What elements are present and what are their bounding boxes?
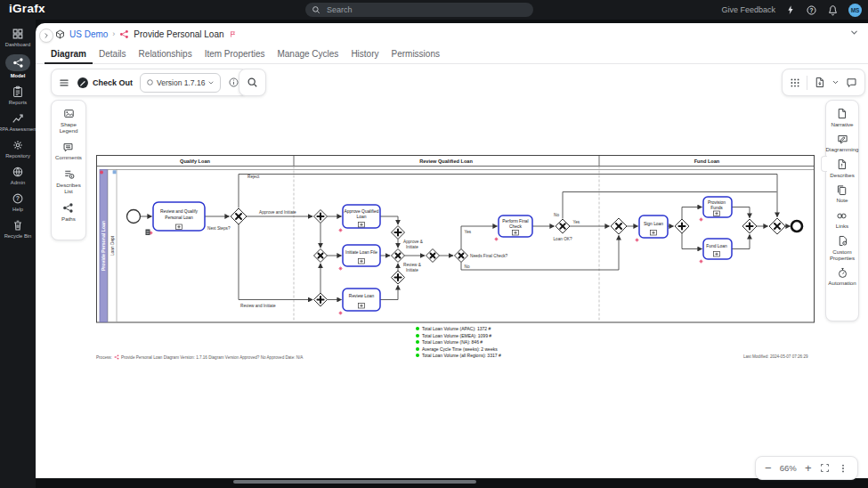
sidebar-item-dashboard[interactable]: Dashboard bbox=[5, 28, 30, 47]
task-provision-funds[interactable]: Provision Funds bbox=[703, 197, 732, 217]
tab-relationships[interactable]: Relationships bbox=[133, 45, 199, 64]
sidebar-item-rpa-assessment[interactable]: RPA Assessment bbox=[0, 112, 37, 132]
legend-dot-icon bbox=[416, 347, 419, 351]
task-perform-final-check[interactable]: Perform Final Check bbox=[499, 216, 532, 237]
breadcrumb-org[interactable]: US Demo bbox=[69, 29, 108, 39]
tool-comments[interactable]: Comments bbox=[55, 142, 82, 161]
lane-indicator-icon bbox=[113, 170, 117, 174]
task-approve-qualified-loan[interactable]: Approve Qualified Loan bbox=[343, 205, 380, 228]
top-bar: iGrafx Give Feedback MS bbox=[0, 0, 868, 20]
tool-narrative[interactable]: Narrative bbox=[831, 108, 853, 127]
top-right-actions: Give Feedback MS bbox=[721, 0, 862, 20]
help-icon[interactable] bbox=[806, 4, 817, 16]
chevron-down-icon[interactable] bbox=[831, 78, 840, 86]
task-review-and-qualify-personal-loan[interactable]: Review and Qualify Personal Loan bbox=[153, 202, 205, 231]
flow-label: Yes bbox=[465, 230, 472, 234]
tab-bar: Diagram Details Relationships Item Prope… bbox=[36, 45, 868, 64]
task-review-loan[interactable]: Review Loan bbox=[343, 289, 380, 311]
sidebar-item-model[interactable]: Model bbox=[5, 54, 30, 78]
comments-icon bbox=[62, 142, 74, 153]
collapse-header-button[interactable] bbox=[849, 28, 859, 37]
divider bbox=[807, 76, 807, 90]
flow-label: Yes bbox=[573, 220, 580, 224]
zoom-out-button[interactable]: − bbox=[765, 462, 772, 474]
tab-item-properties[interactable]: Item Properties bbox=[199, 45, 272, 64]
diagram-toolbar: Check Out Version 1.7.16 bbox=[51, 69, 247, 96]
check-out-button[interactable]: Check Out bbox=[93, 78, 133, 87]
sidebar-item-label: Dashboard bbox=[5, 42, 30, 47]
tool-shape-legend[interactable]: Shape Legend bbox=[52, 108, 85, 134]
tool-links[interactable]: Links bbox=[836, 210, 848, 230]
end-event[interactable] bbox=[791, 221, 802, 232]
sidebar-item-help[interactable]: Help bbox=[12, 192, 24, 212]
sidebar-item-label: Admin bbox=[11, 180, 25, 185]
legend-row: Total Loan Volume (all Regions): 3317 # bbox=[416, 353, 501, 358]
search-input[interactable] bbox=[325, 4, 507, 15]
sidebar-item-label: Help bbox=[12, 207, 23, 212]
svg-text:Provision: Provision bbox=[708, 200, 726, 205]
comment-icon[interactable] bbox=[846, 77, 857, 88]
legend-dot-icon bbox=[416, 354, 419, 357]
legend-row: Total Loan Volume (APAC): 1372 # bbox=[416, 326, 501, 331]
collapse-panel-button[interactable] bbox=[39, 28, 53, 43]
diagram-search-button[interactable] bbox=[239, 69, 266, 96]
horizontal-scrollbar[interactable] bbox=[233, 480, 476, 484]
diagram-legend: Total Loan Volume (APAC): 1372 # Total L… bbox=[416, 326, 501, 358]
fullscreen-icon[interactable] bbox=[820, 463, 830, 473]
tool-diagramming[interactable]: Diagramming bbox=[826, 134, 859, 153]
sidebar-item-recycle-bin[interactable]: Recycle Bin bbox=[4, 219, 32, 239]
tab-history[interactable]: History bbox=[345, 45, 385, 64]
tool-paths[interactable]: Paths bbox=[61, 202, 76, 222]
rpa-assessment-icon bbox=[12, 112, 24, 125]
sidebar-item-admin[interactable]: Admin bbox=[11, 166, 25, 185]
export-icon[interactable] bbox=[814, 77, 825, 88]
flow-label: Needs Final Check? bbox=[470, 254, 508, 258]
attachment-icon bbox=[146, 230, 150, 236]
avatar[interactable]: MS bbox=[848, 4, 862, 17]
task-fund-loan[interactable]: Fund Loan bbox=[703, 239, 732, 259]
flow-label: Next Steps? bbox=[207, 226, 231, 231]
svg-text:Approve Qualified: Approve Qualified bbox=[345, 209, 379, 214]
lightning-icon[interactable] bbox=[785, 4, 796, 15]
tab-diagram[interactable]: Diagram bbox=[45, 45, 93, 64]
give-feedback-link[interactable]: Give Feedback bbox=[721, 5, 775, 14]
task-initiate-loan-file[interactable]: Initiate Loan File bbox=[343, 245, 380, 266]
tab-details[interactable]: Details bbox=[93, 45, 133, 64]
task-sign-loan[interactable]: Sign Loan bbox=[639, 216, 668, 238]
zoom-level: 66% bbox=[780, 463, 797, 473]
tool-describes-list[interactable]: Describes List bbox=[52, 168, 85, 194]
sidebar-item-repository[interactable]: Repository bbox=[5, 139, 30, 159]
flow-label: Approve & bbox=[403, 240, 424, 244]
version-dropdown[interactable]: Version 1.7.16 bbox=[140, 73, 221, 93]
indicator-star-icon bbox=[339, 267, 343, 271]
tool-automation[interactable]: Automation bbox=[828, 267, 856, 287]
view-toolbar bbox=[782, 69, 865, 96]
custom-properties-icon bbox=[837, 235, 848, 247]
more-options-icon[interactable] bbox=[838, 463, 848, 474]
tab-manage-cycles[interactable]: Manage Cycles bbox=[271, 45, 345, 64]
bell-icon[interactable] bbox=[827, 4, 839, 16]
sidebar-item-reports[interactable]: Reports bbox=[9, 85, 27, 105]
panel-handle[interactable] bbox=[821, 156, 827, 172]
flow-label: Review and Initiate bbox=[240, 304, 276, 308]
tool-label: Automation bbox=[828, 280, 856, 286]
phase-header: Review Qualified Loan bbox=[419, 159, 473, 164]
start-event[interactable] bbox=[127, 210, 141, 224]
flag-icon bbox=[229, 30, 237, 38]
menu-icon[interactable] bbox=[59, 77, 69, 88]
svg-text:Fund Loan: Fund Loan bbox=[706, 244, 727, 248]
grid-view-icon[interactable] bbox=[790, 77, 800, 88]
tool-custom-properties[interactable]: Custom Properties bbox=[827, 235, 857, 261]
global-search[interactable] bbox=[305, 3, 533, 17]
flow-label: Loan OK? bbox=[553, 237, 572, 241]
svg-text:Perform Final: Perform Final bbox=[502, 219, 528, 224]
chevron-down-icon bbox=[207, 79, 215, 86]
shape-legend-icon bbox=[63, 108, 75, 119]
left-nav-rail: Dashboard Model Reports RPA Assessment R… bbox=[0, 20, 36, 488]
sidebar-item-label: Repository bbox=[5, 153, 30, 159]
tool-describes[interactable]: Describes bbox=[830, 159, 855, 178]
tool-note[interactable]: Note bbox=[836, 184, 848, 204]
tab-permissions[interactable]: Permissions bbox=[385, 45, 446, 64]
diagram-canvas[interactable]: Qualify Loan Review Qualified Loan Fund … bbox=[96, 153, 815, 324]
zoom-in-button[interactable]: + bbox=[805, 462, 812, 474]
